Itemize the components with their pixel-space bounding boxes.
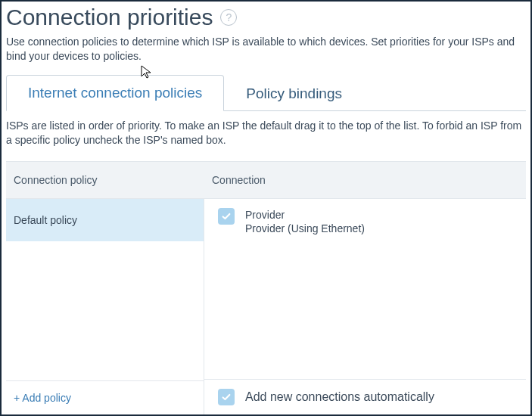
connection-footer: Add new connections automatically (204, 379, 526, 414)
connection-detail: Provider (Using Ethernet) (245, 222, 365, 236)
help-icon[interactable]: ? (220, 9, 237, 26)
connection-row-provider: Provider Provider (Using Ethernet) (204, 199, 526, 246)
add-policy-button[interactable]: + Add policy (6, 380, 204, 414)
tab-bar: Internet connection policies Policy bind… (6, 74, 526, 111)
column-header-connection: Connection (204, 162, 526, 198)
policy-item-default[interactable]: Default policy (6, 199, 204, 241)
check-icon (221, 392, 232, 402)
tab-internet-connection-policies[interactable]: Internet connection policies (6, 75, 224, 111)
connection-name: Provider (245, 208, 365, 222)
policy-list: Default policy + Add policy (6, 199, 204, 414)
connection-area: Provider Provider (Using Ethernet) Add n… (204, 199, 526, 414)
check-icon (221, 211, 232, 222)
tab-description: ISPs are listed in order of priority. To… (6, 119, 526, 147)
tab-policy-bindings[interactable]: Policy bindings (224, 76, 364, 111)
page-intro: Use connection policies to determine whi… (6, 35, 526, 64)
page-title: Connection priorities (6, 5, 213, 30)
checkbox-auto-add[interactable] (218, 389, 235, 405)
policy-grid: Connection policy Connection Default pol… (6, 161, 526, 414)
column-header-policy: Connection policy (6, 162, 204, 198)
checkbox-provider[interactable] (218, 208, 235, 225)
auto-add-label: Add new connections automatically (245, 390, 434, 404)
